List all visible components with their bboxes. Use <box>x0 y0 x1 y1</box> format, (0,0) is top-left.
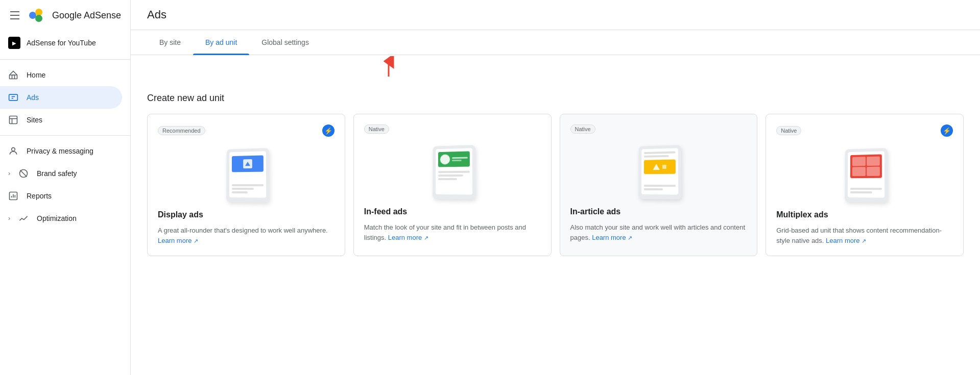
card-display-ads[interactable]: Recommended ⚡ <box>147 114 345 256</box>
main-content: Ads By site By ad unit Global settings C… <box>131 0 980 375</box>
section-title: Create new ad unit <box>147 93 964 104</box>
card-multiplex-header: Native ⚡ <box>776 124 953 137</box>
optimization-icon <box>18 213 29 223</box>
logo-area: Google AdSense <box>28 8 121 22</box>
external-link-icon: ↗ <box>194 238 198 244</box>
sidebar-item-adsense-youtube[interactable]: AdSense for YouTube <box>0 31 130 55</box>
adsense-youtube-label: AdSense for YouTube <box>27 39 96 47</box>
page-header: Ads <box>131 0 980 30</box>
privacy-label: Privacy & messaging <box>27 147 93 155</box>
card-multiplex-ads[interactable]: Native ⚡ <box>766 114 964 256</box>
sidebar-item-privacy-messaging[interactable]: Privacy & messaging <box>0 140 122 162</box>
svg-point-1 <box>35 9 42 16</box>
card-in-article-ads[interactable]: Native <box>560 114 758 256</box>
brand-safety-label: Brand safety <box>37 169 77 178</box>
inarticle-learn-more-link[interactable]: Learn more ↗ <box>592 234 632 241</box>
sidebar-item-optimization[interactable]: › Optimization <box>0 207 122 230</box>
external-link-icon-2: ↗ <box>424 235 428 241</box>
sidebar-item-reports[interactable]: Reports <box>0 185 122 207</box>
card-infeed-desc: Match the look of your site and fit in b… <box>364 222 541 242</box>
privacy-icon <box>8 146 18 156</box>
arrow-hint-area <box>131 55 980 81</box>
upward-arrow-icon <box>381 56 396 78</box>
sidebar-item-brand-safety[interactable]: › Brand safety <box>0 162 122 185</box>
ads-label: Ads <box>27 93 39 102</box>
sidebar-item-ads[interactable]: Ads <box>0 86 122 109</box>
card-in-feed-ads[interactable]: Native <box>353 114 552 256</box>
svg-point-0 <box>29 12 36 19</box>
card-display-header: Recommended ⚡ <box>158 124 334 137</box>
reports-label: Reports <box>27 192 52 200</box>
tab-global-settings[interactable]: Global settings <box>249 30 321 55</box>
sidebar: Google AdSense AdSense for YouTube Home … <box>0 0 131 375</box>
ad-unit-cards-grid: Recommended ⚡ <box>147 114 964 256</box>
card-inarticle-badge: Native <box>570 124 595 134</box>
card-inarticle-title: In-article ads <box>570 207 747 216</box>
svg-rect-3 <box>10 75 17 79</box>
reports-icon <box>8 191 18 201</box>
ads-icon <box>8 92 18 103</box>
card-inarticle-header: Native <box>570 124 747 134</box>
external-link-icon-4: ↗ <box>862 238 866 244</box>
home-icon <box>8 70 18 80</box>
external-link-icon-3: ↗ <box>628 235 632 241</box>
card-infeed-header: Native <box>364 124 541 134</box>
tabs-bar: By site By ad unit Global settings <box>131 30 980 55</box>
svg-line-12 <box>20 170 27 177</box>
expand-icon-optimization: › <box>8 215 10 222</box>
card-display-desc: A great all-rounder that's designed to w… <box>158 226 334 245</box>
svg-point-2 <box>35 15 42 22</box>
display-learn-more-link[interactable]: Learn more ↗ <box>158 237 198 244</box>
brand-safety-icon <box>18 168 29 179</box>
sidebar-divider <box>0 59 130 60</box>
app-title-label: Google AdSense <box>52 10 121 21</box>
card-display-image <box>158 143 334 204</box>
svg-marker-20 <box>653 164 660 170</box>
card-display-badge: Recommended <box>158 126 205 135</box>
red-arrow-indicator <box>381 56 396 80</box>
card-infeed-title: In-feed ads <box>364 207 541 216</box>
sites-label: Sites <box>27 116 42 124</box>
content-area: Create new ad unit Recommended ⚡ <box>131 81 980 268</box>
card-inarticle-desc: Also match your site and work well with … <box>570 222 747 242</box>
sites-icon <box>8 115 18 125</box>
svg-rect-21 <box>662 164 666 168</box>
card-inarticle-image <box>570 140 747 201</box>
youtube-icon <box>8 37 20 49</box>
google-logo-icon <box>28 8 48 22</box>
sidebar-divider-2 <box>0 135 130 136</box>
card-multiplex-badge: Native <box>776 126 801 135</box>
svg-rect-4 <box>9 94 18 101</box>
tab-by-site[interactable]: By site <box>147 30 193 55</box>
lightning-icon-display: ⚡ <box>322 124 334 137</box>
card-multiplex-title: Multiplex ads <box>776 210 953 219</box>
optimization-label: Optimization <box>37 214 77 222</box>
menu-button[interactable] <box>8 9 21 21</box>
page-title: Ads <box>147 8 964 21</box>
home-label: Home <box>27 71 45 79</box>
svg-point-10 <box>12 147 15 151</box>
sidebar-item-home[interactable]: Home <box>0 64 122 86</box>
infeed-learn-more-link[interactable]: Learn more ↗ <box>388 234 428 241</box>
sidebar-header: Google AdSense <box>0 4 130 31</box>
card-multiplex-image <box>776 143 953 204</box>
tab-by-ad-unit[interactable]: By ad unit <box>193 30 249 55</box>
card-display-title: Display ads <box>158 210 334 219</box>
card-infeed-badge: Native <box>364 124 389 134</box>
sidebar-item-sites[interactable]: Sites <box>0 109 122 131</box>
multiplex-learn-more-link[interactable]: Learn more ↗ <box>826 237 866 244</box>
lightning-icon-multiplex: ⚡ <box>941 124 953 137</box>
card-multiplex-desc: Grid-based ad unit that shows content re… <box>776 226 953 245</box>
svg-marker-19 <box>245 162 250 166</box>
card-infeed-image <box>364 140 541 201</box>
svg-rect-7 <box>10 116 17 124</box>
expand-icon-brand-safety: › <box>8 170 10 177</box>
